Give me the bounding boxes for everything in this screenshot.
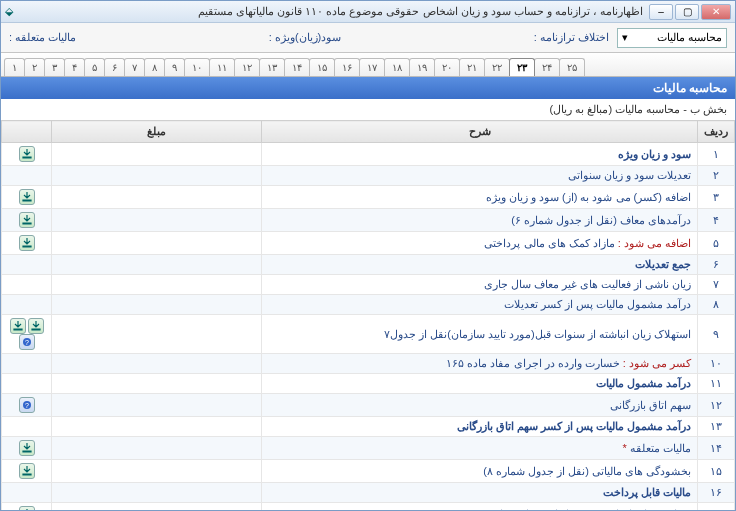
tab-9[interactable]: ۹ (164, 58, 185, 76)
svg-text:?: ? (25, 402, 29, 409)
download-icon[interactable] (19, 212, 35, 228)
download-icon[interactable] (19, 189, 35, 205)
tab-25[interactable]: ۲۵ (559, 58, 585, 76)
tab-3[interactable]: ۳ (44, 58, 65, 76)
row-amount[interactable] (52, 186, 262, 209)
window-minimize-button[interactable]: – (649, 4, 673, 20)
row-desc: سهم اتاق بازرگانی (262, 394, 698, 417)
row-amount[interactable] (52, 460, 262, 483)
table-row: ۱۶مالیات قابل پرداخت (2, 483, 735, 503)
tab-22[interactable]: ۲۲ (484, 58, 510, 76)
row-actions: ? (2, 394, 52, 417)
tab-2[interactable]: ۲ (24, 58, 45, 76)
tab-4[interactable]: ۴ (64, 58, 85, 76)
table-row: ۱۲سهم اتاق بازرگانی? (2, 394, 735, 417)
row-amount[interactable] (52, 166, 262, 186)
tab-13[interactable]: ۱۳ (259, 58, 285, 76)
row-amount[interactable] (52, 295, 262, 315)
row-amount[interactable] (52, 232, 262, 255)
row-amount[interactable] (52, 483, 262, 503)
download-icon[interactable] (10, 318, 26, 334)
table-row: ۴درآمدهای معاف (نقل از جدول شماره ۶) (2, 209, 735, 232)
row-desc: اضافه (کسر) می شود به (از) سود و زیان وی… (262, 186, 698, 209)
row-no: ۱۳ (698, 417, 735, 437)
table-row: ۳اضافه (کسر) می شود به (از) سود و زیان و… (2, 186, 735, 209)
table-row: ۱۵بخشودگی های مالیاتی (نقل از جدول شماره… (2, 460, 735, 483)
row-amount[interactable] (52, 374, 262, 394)
row-actions (2, 437, 52, 460)
row-amount[interactable] (52, 394, 262, 417)
section-dropdown[interactable]: محاسبه مالیات ▾ (617, 28, 727, 48)
row-actions (2, 503, 52, 511)
row-desc: تعدیلات سود و زیان سنواتی (262, 166, 698, 186)
row-amount[interactable] (52, 209, 262, 232)
row-actions (2, 374, 52, 394)
table-row: ۵اضافه می شود : مازاد کمک های مالی پرداخ… (2, 232, 735, 255)
help-icon[interactable]: ? (19, 397, 35, 413)
row-amount[interactable] (52, 255, 262, 275)
tab-11[interactable]: ۱۱ (209, 58, 235, 76)
row-amount[interactable] (52, 503, 262, 511)
row-actions (2, 483, 52, 503)
download-icon[interactable] (19, 440, 35, 456)
tab-1[interactable]: ۱ (4, 58, 25, 76)
tab-16[interactable]: ۱۶ (334, 58, 360, 76)
tab-21[interactable]: ۲۱ (459, 58, 485, 76)
row-no: ۱۷ (698, 503, 735, 511)
table-row: ۱سود و زیان ویژه (2, 143, 735, 166)
row-desc: درآمدهای معاف (نقل از جدول شماره ۶) (262, 209, 698, 232)
download-icon[interactable] (19, 146, 35, 162)
row-actions (2, 417, 52, 437)
app-icon: ⬙ (5, 5, 13, 18)
row-no: ۳ (698, 186, 735, 209)
content-area: محاسبه مالیات بخش ب - محاسبه مالیات (مبا… (1, 77, 735, 510)
download-icon[interactable] (19, 463, 35, 479)
table-row: ۶جمع تعدیلات (2, 255, 735, 275)
row-no: ۱۶ (698, 483, 735, 503)
row-actions (2, 143, 52, 166)
row-actions (2, 354, 52, 374)
tab-12[interactable]: ۱۲ (234, 58, 260, 76)
download-icon[interactable] (19, 235, 35, 251)
tab-7[interactable]: ۷ (124, 58, 145, 76)
help-icon[interactable]: ? (19, 334, 35, 350)
download-icon[interactable] (28, 318, 44, 334)
tab-15[interactable]: ۱۵ (309, 58, 335, 76)
row-amount[interactable] (52, 143, 262, 166)
row-actions (2, 186, 52, 209)
tab-8[interactable]: ۸ (144, 58, 165, 76)
row-no: ۶ (698, 255, 735, 275)
row-desc: مالیات قابل پرداخت (262, 483, 698, 503)
row-actions: ? (2, 315, 52, 354)
titlebar: ✕ ▢ – اظهارنامه ، ترازنامه و حساب سود و … (1, 1, 735, 23)
table-row: ۱۴مالیات متعلقه * (2, 437, 735, 460)
tab-10[interactable]: ۱۰ (184, 58, 210, 76)
tab-24[interactable]: ۲۴ (534, 58, 560, 76)
col-header-no: ردیف (698, 121, 735, 143)
tab-18[interactable]: ۱۸ (384, 58, 410, 76)
row-no: ۴ (698, 209, 735, 232)
col-header-desc: شرح (262, 121, 698, 143)
row-desc: سود و زیان ویژه (262, 143, 698, 166)
tab-17[interactable]: ۱۷ (359, 58, 385, 76)
window-maximize-button[interactable]: ▢ (675, 4, 699, 20)
tab-14[interactable]: ۱۴ (284, 58, 310, 76)
tab-6[interactable]: ۶ (104, 58, 125, 76)
tab-19[interactable]: ۱۹ (409, 58, 435, 76)
row-desc: درآمد مشمول مالیات پس از کسر تعدیلات (262, 295, 698, 315)
tab-23[interactable]: ۲۳ (509, 58, 535, 76)
row-actions (2, 460, 52, 483)
tab-5[interactable]: ۵ (84, 58, 105, 76)
row-amount[interactable] (52, 354, 262, 374)
row-amount[interactable] (52, 417, 262, 437)
tab-20[interactable]: ۲۰ (434, 58, 460, 76)
label-diff: اختلاف ترازنامه : (534, 31, 609, 44)
row-actions (2, 275, 52, 295)
window-close-button[interactable]: ✕ (701, 4, 731, 20)
row-amount[interactable] (52, 275, 262, 295)
row-desc: بخشودگی های مالیاتی (نقل از جدول شماره ۸… (262, 460, 698, 483)
download-icon[interactable] (19, 506, 35, 510)
row-amount[interactable] (52, 437, 262, 460)
row-amount[interactable] (52, 315, 262, 354)
row-actions (2, 209, 52, 232)
